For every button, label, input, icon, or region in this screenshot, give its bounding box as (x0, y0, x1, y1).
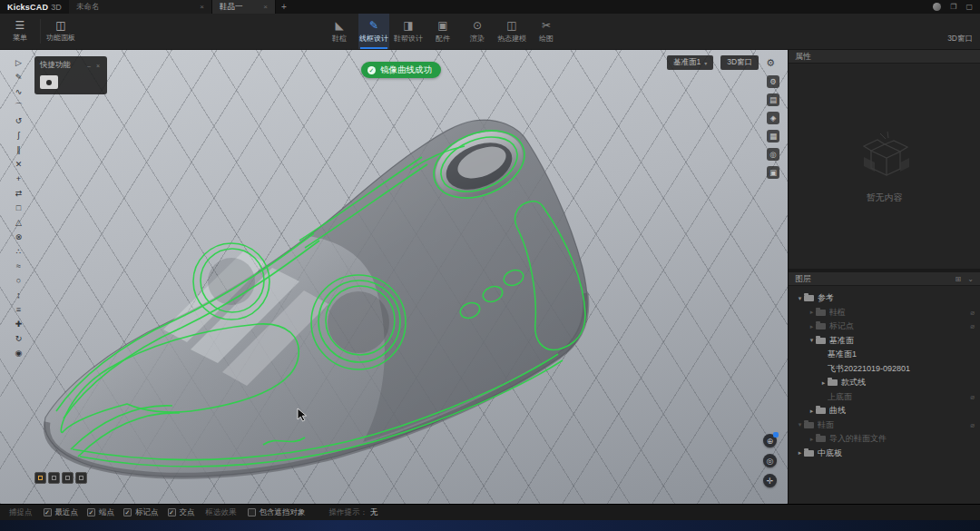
layer-tree-row[interactable]: ▸鞋楦⌀ (789, 306, 980, 320)
ribbon-module-鞋楦[interactable]: ◣鞋楦 (324, 14, 355, 49)
layer-tree-row[interactable]: ▸标记点⌀ (789, 320, 980, 334)
visibility-off-icon[interactable]: ⌀ (970, 421, 975, 429)
menu-button[interactable]: ☰ 菜单 (0, 14, 40, 49)
settings-icon: ⚙ (769, 77, 777, 86)
occlude-checkbox[interactable]: 包含遮挡对象 (248, 507, 306, 518)
select-tool-button[interactable]: ▷ (13, 57, 24, 68)
rotate-tool-button[interactable]: ↻ (13, 333, 24, 344)
add-point-button[interactable]: + (13, 173, 24, 184)
tree-arrow-icon[interactable]: ▾ (796, 421, 804, 428)
settings-button[interactable]: ⚙ (767, 75, 779, 88)
panel-button[interactable]: ▣ (767, 166, 779, 179)
visibility-off-icon[interactable]: ⌀ (970, 393, 975, 401)
add-tool-icon: ✚ (15, 320, 23, 329)
window-maximize-button[interactable]: ▢ (965, 3, 973, 11)
mirror-tool-button[interactable]: ⇄ (13, 188, 24, 199)
view-mode-chip[interactable]: 3D窗口 (720, 55, 759, 70)
offset-curve-icon: ∥ (16, 145, 21, 154)
viewport-settings-button[interactable]: ⚙ (766, 57, 775, 69)
ribbon-module-鞋帮设计[interactable]: ◨鞋帮设计 (393, 14, 424, 49)
spline-tool-icon: ʃ (18, 131, 20, 140)
visibility-off-icon[interactable]: ⌀ (970, 309, 975, 317)
tree-arrow-icon[interactable]: ▾ (796, 295, 804, 302)
empty-box-illustration (853, 128, 916, 182)
layer-tree-row[interactable]: 基准面1 (789, 348, 980, 362)
snap-checkbox[interactable]: ✓端点 (87, 507, 114, 518)
add-tool-button[interactable]: ✚ (13, 319, 24, 329)
tree-arrow-icon[interactable]: ▸ (808, 408, 816, 415)
notes-button[interactable]: ▤ (767, 93, 779, 106)
trim-tool-button[interactable]: ⊗ (13, 231, 24, 242)
layers-panel: 图层 ⊞⌄ ▾参考▸鞋楦⌀▸标记点⌀▾基准面基准面1飞书20221019-092… (789, 272, 980, 504)
snap-checkbox[interactable]: ✓标记点 (123, 507, 159, 518)
undo-curve-button[interactable]: ↺ (13, 115, 24, 126)
layer-tree-row[interactable]: 上底面⌀ (789, 390, 980, 405)
rectangle-tool-button[interactable]: □ (13, 202, 24, 213)
move-tool-icon: ↨ (16, 290, 21, 300)
triangle-tool-button[interactable]: △ (13, 217, 24, 228)
screenshot-button[interactable] (40, 75, 58, 89)
chevron-down-icon: ▾ (704, 60, 707, 66)
viewport-3d[interactable]: ✓ 镜像曲线成功 快捷功能 ‒ × 基准面1 ▾ (0, 50, 788, 504)
pen-tool-icon: ✎ (15, 73, 23, 82)
tab-close-icon[interactable]: × (263, 3, 268, 11)
ribbon-module-绘图[interactable]: ✂绘图 (531, 14, 562, 49)
module-label: 热态建模 (497, 34, 526, 44)
quick-panel-pin-icon[interactable]: ‒ × (87, 63, 102, 69)
new-tab-button[interactable]: + (276, 0, 292, 14)
folder-icon (816, 408, 826, 414)
ribbon-module-渲染[interactable]: ⊙渲染 (462, 14, 493, 49)
snap-checkbox[interactable]: ✓最近点 (44, 507, 79, 518)
view-orbit-button[interactable]: ⊕ (763, 434, 777, 447)
tree-arrow-icon[interactable]: ▾ (808, 337, 816, 344)
view-zoom-button[interactable]: ✛ (763, 474, 777, 487)
hint-value: 无 (370, 507, 378, 516)
material-button[interactable]: ◈ (767, 112, 779, 124)
target-button[interactable]: ◎ (767, 148, 779, 161)
tree-arrow-icon[interactable]: ▸ (819, 379, 828, 387)
ribbon-module-线框设计[interactable]: ✎线框设计 (358, 14, 389, 49)
document-tab[interactable]: 未命名× (69, 0, 212, 14)
visibility-off-icon[interactable]: ⌀ (970, 322, 975, 330)
delete-curve-button[interactable]: ✕ (13, 159, 24, 170)
arc-tool-button[interactable]: ⌒ (13, 101, 24, 112)
smooth-tool-button[interactable]: ≈ (13, 261, 24, 271)
snap-tool-button[interactable]: ◉ (13, 348, 24, 359)
points-tool-button[interactable]: ∴ (13, 246, 24, 257)
tree-arrow-icon[interactable]: ▸ (808, 323, 816, 330)
document-tab[interactable]: 鞋品一× (212, 0, 276, 14)
panel-toggle-button[interactable]: ◫ 功能面板 (41, 14, 81, 49)
ribbon-module-配件[interactable]: ▣配件 (427, 14, 458, 49)
offset-curve-button[interactable]: ∥ (13, 144, 24, 155)
layers-tool-button[interactable]: ≡ (13, 304, 24, 315)
layer-tree-row[interactable]: ▾基准面 (789, 334, 980, 349)
collapse-all-icon[interactable]: ⌄ (967, 275, 974, 283)
spline-tool-button[interactable]: ʃ (13, 130, 24, 141)
layer-tree-row[interactable]: ▸导入的鞋面文件 (789, 432, 980, 447)
user-avatar[interactable] (933, 3, 941, 11)
new-folder-icon[interactable]: ⊞ (956, 275, 962, 283)
layer-tree-row[interactable]: ▸款式线 (789, 376, 980, 390)
datum-plane-selector[interactable]: 基准面1 ▾ (667, 55, 713, 70)
pen-tool-button[interactable]: ✎ (13, 72, 24, 83)
grid-button[interactable]: ▦ (767, 130, 779, 143)
layer-tree-row[interactable]: 飞书20221019-092801 (789, 362, 980, 377)
freehand-curve-button[interactable]: ∿ (13, 86, 24, 97)
tree-arrow-icon[interactable]: ▸ (808, 309, 816, 316)
layer-tree-row[interactable]: ▾参考 (789, 291, 980, 306)
tab-close-icon[interactable]: × (200, 3, 204, 11)
ribbon-module-热态建模[interactable]: ◫热态建模 (496, 14, 527, 49)
snap-checkbox[interactable]: ✓交点 (168, 507, 195, 518)
tree-arrow-icon[interactable]: ▸ (796, 449, 804, 457)
select-tool-icon: ▷ (15, 58, 22, 67)
tree-arrow-icon[interactable]: ▸ (808, 436, 816, 443)
window-restore-button[interactable]: ❐ (950, 3, 956, 11)
circle-tool-button[interactable]: ○ (13, 275, 24, 286)
move-tool-button[interactable]: ↨ (13, 290, 24, 300)
shoe-model[interactable] (0, 50, 788, 504)
view-pan-button[interactable]: ◎ (763, 454, 777, 467)
layer-tree-row[interactable]: ▸曲线 (789, 404, 980, 418)
hamburger-icon: ☰ (15, 20, 25, 31)
layer-tree-row[interactable]: ▸中底板 (789, 447, 980, 461)
layer-tree-row[interactable]: ▾鞋面⌀ (789, 418, 980, 433)
